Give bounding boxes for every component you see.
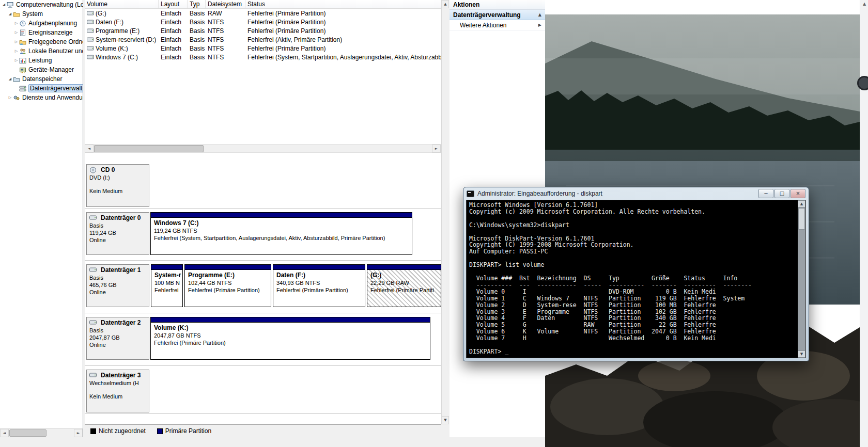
expander-icon[interactable]: ▷ xyxy=(13,21,19,25)
scroll-up-icon[interactable]: ▲ xyxy=(860,2,868,6)
partition-size: 22,29 GB RAW xyxy=(367,279,441,286)
scroll-right-icon[interactable]: ► xyxy=(74,429,83,437)
actions-group-datentraegerverwaltung[interactable]: Datenträgerverwaltung ▲ xyxy=(450,10,545,20)
partition-system-reserviert[interactable]: System-r 100 MB N Fehlerfrei xyxy=(151,264,183,307)
scroll-left-icon[interactable]: ◄ xyxy=(0,429,9,437)
disk-title: Datenträger 1 xyxy=(101,266,141,274)
scrollbar-thumb[interactable] xyxy=(9,429,47,437)
scroll-up-icon[interactable]: ▲ xyxy=(798,200,805,207)
scroll-right-icon[interactable]: ► xyxy=(432,145,441,153)
tree-item-geraete-manager[interactable]: Geräte-Manager xyxy=(0,65,83,74)
volume-typ: Basis xyxy=(188,19,206,26)
disk-2-row: Datenträger 2 Basis 2047,87 GB Online Vo… xyxy=(85,314,441,366)
column-header-typ[interactable]: Typ xyxy=(188,0,206,8)
scroll-down-icon[interactable]: ▼ xyxy=(442,416,449,424)
tree-item-lokale-benutzer[interactable]: ▷ Lokale Benutzer und Gru xyxy=(0,46,83,56)
partition-programme-e[interactable]: Programme (E:) 102,44 GB NTFS Fehlerfrei… xyxy=(184,264,271,307)
legend-unallocated-label: Nicht zugeordnet xyxy=(99,427,146,435)
unallocated-swatch xyxy=(90,428,96,434)
tree-item-datentraegerverwaltung[interactable]: Datenträgerverwaltung xyxy=(0,84,83,93)
console-icon xyxy=(467,190,474,197)
disk-2-header[interactable]: Datenträger 2 Basis 2047,87 GB Online xyxy=(86,317,149,360)
expander-icon[interactable]: ▷ xyxy=(13,49,19,53)
console-scrollbar[interactable]: ▲ ▼ xyxy=(798,200,805,358)
scroll-up-icon[interactable]: ▲ xyxy=(442,0,449,8)
expander-icon[interactable]: ◢ xyxy=(7,12,13,16)
partition-volume-k[interactable]: Volume (K:) 2047,87 GB NTFS Fehlerfrei (… xyxy=(150,317,430,360)
column-header-volume[interactable]: Volume xyxy=(85,0,159,8)
disk-drive-icon xyxy=(89,267,97,274)
expander-icon[interactable]: ▷ xyxy=(13,58,19,62)
cd-drive-icon xyxy=(89,167,97,173)
column-header-dateisystem[interactable]: Dateisystem xyxy=(206,0,245,8)
expander-icon[interactable]: ◢ xyxy=(7,77,13,81)
volume-list-horizontal-scrollbar[interactable]: ◄ ► xyxy=(85,144,441,153)
scrollbar-thumb[interactable] xyxy=(94,145,204,152)
partition-daten-f[interactable]: Daten (F:) 340,93 GB NTFS Fehlerfrei (Pr… xyxy=(273,264,365,307)
volume-typ: Basis xyxy=(188,45,206,52)
device-manager-icon xyxy=(19,67,27,73)
scroll-left-icon[interactable]: ◄ xyxy=(85,145,94,153)
partition-windows7-c[interactable]: Windows 7 (C:) 119,24 GB NTFS Fehlerfrei… xyxy=(150,212,412,255)
volume-row[interactable]: Volume (K:) Einfach Basis NTFS Fehlerfre… xyxy=(85,44,441,53)
disk-size: 465,76 GB xyxy=(89,282,146,288)
tree-item-ereignisanzeige[interactable]: ▷ Ereignisanzeige xyxy=(0,28,83,37)
computer-icon xyxy=(7,2,14,8)
command-prompt-titlebar[interactable]: Administrator: Eingabeaufforderung - dis… xyxy=(463,187,809,200)
actions-header: Aktionen xyxy=(450,0,545,10)
expander-icon[interactable]: ▷ xyxy=(13,40,19,44)
disk-3-header[interactable]: Datenträger 3 Wechselmedium (H Kein Medi… xyxy=(86,370,149,412)
partition-g-selected[interactable]: (G:) 22,29 GB RAW Fehlerfrei (Primäre Pa… xyxy=(367,264,441,307)
main-vertical-scrollbar[interactable]: ▲ ▼ xyxy=(441,0,448,424)
tree-item-aufgabenplanung[interactable]: ▷ Aufgabenplanung xyxy=(0,19,83,28)
partition-size: 2047,87 GB NTFS xyxy=(151,331,430,339)
tree-item-label: Freigegebene Ordner xyxy=(28,38,83,45)
tree-item-freigegebene-ordner[interactable]: ▷ Freigegebene Ordner xyxy=(0,37,83,46)
volume-layout: Einfach xyxy=(159,27,188,35)
tree-horizontal-scrollbar[interactable]: ◄ ► xyxy=(0,428,83,437)
maximize-button[interactable]: □ xyxy=(774,189,789,198)
primary-partition-band xyxy=(273,265,365,270)
volume-layout: Einfach xyxy=(159,45,188,52)
partition-name: Programme (E:) xyxy=(185,270,271,279)
expander-icon[interactable]: ▷ xyxy=(13,30,19,35)
tree-item-datenspeicher[interactable]: ◢ Datenspeicher xyxy=(0,74,83,84)
scroll-knob[interactable] xyxy=(857,76,868,90)
console-tree-panel: ◢ Computerverwaltung (Lokal) ◢ System ▷ … xyxy=(0,0,83,437)
cd-rom-row: CD 0 DVD (I:) Kein Medium xyxy=(85,161,441,209)
disk-title: Datenträger 2 xyxy=(101,319,141,326)
removable-drive-icon xyxy=(89,372,97,379)
volume-typ: Basis xyxy=(188,54,206,61)
minimize-button[interactable]: ─ xyxy=(758,189,773,198)
close-button[interactable]: × xyxy=(791,189,805,198)
tree-item-system[interactable]: ◢ System xyxy=(0,9,83,19)
volume-row[interactable]: Windows 7 (C:) Einfach Basis NTFS Fehler… xyxy=(85,53,441,61)
volume-dateisystem: NTFS xyxy=(206,36,245,43)
cd-title: CD 0 xyxy=(101,166,115,173)
disk-title: Datenträger 3 xyxy=(101,372,141,379)
tree-item-computerverwaltung[interactable]: ◢ Computerverwaltung (Lokal) xyxy=(0,0,83,9)
volume-name: Programme (E:) xyxy=(96,27,140,35)
column-header-status[interactable]: Status xyxy=(245,0,441,8)
expander-icon[interactable]: ▷ xyxy=(7,95,13,100)
volume-row[interactable]: Programme (E:) Einfach Basis NTFS Fehler… xyxy=(85,26,441,35)
expander-icon[interactable]: ◢ xyxy=(1,3,7,7)
actions-weitere-aktionen[interactable]: Weitere Aktionen ▶ xyxy=(450,20,545,30)
cd-rom-header[interactable]: CD 0 DVD (I:) Kein Medium xyxy=(86,164,149,207)
console-output[interactable]: Microsoft Windows [Version 6.1.7601] Cop… xyxy=(467,200,798,358)
volume-row[interactable]: Daten (F:) Einfach Basis NTFS Fehlerfrei… xyxy=(85,18,441,26)
disk-0-header[interactable]: Datenträger 0 Basis 119,24 GB Online xyxy=(86,212,149,255)
partition-size: 102,44 GB NTFS xyxy=(185,279,271,286)
scrollbar-thumb[interactable] xyxy=(798,208,805,230)
disk-1-header[interactable]: Datenträger 1 Basis 465,76 GB Online xyxy=(86,264,149,307)
tree-item-leistung[interactable]: ▷ Leistung xyxy=(0,56,83,65)
column-header-layout[interactable]: Layout xyxy=(159,0,188,8)
page-vertical-scrollbar[interactable]: ▲ xyxy=(860,0,868,447)
disk-drive-icon xyxy=(89,320,97,326)
weitere-aktionen-label: Weitere Aktionen xyxy=(460,22,538,29)
tree-item-dienste-anwendungen[interactable]: ▷ Dienste und Anwendungen xyxy=(0,93,83,102)
scroll-down-icon[interactable]: ▼ xyxy=(798,350,805,358)
volume-row[interactable]: System-reserviert (D:) Einfach Basis NTF… xyxy=(85,35,441,44)
volume-row[interactable]: (G:) Einfach Basis RAW Fehlerfrei (Primä… xyxy=(85,9,441,18)
collapse-icon[interactable]: ▲ xyxy=(538,12,541,17)
